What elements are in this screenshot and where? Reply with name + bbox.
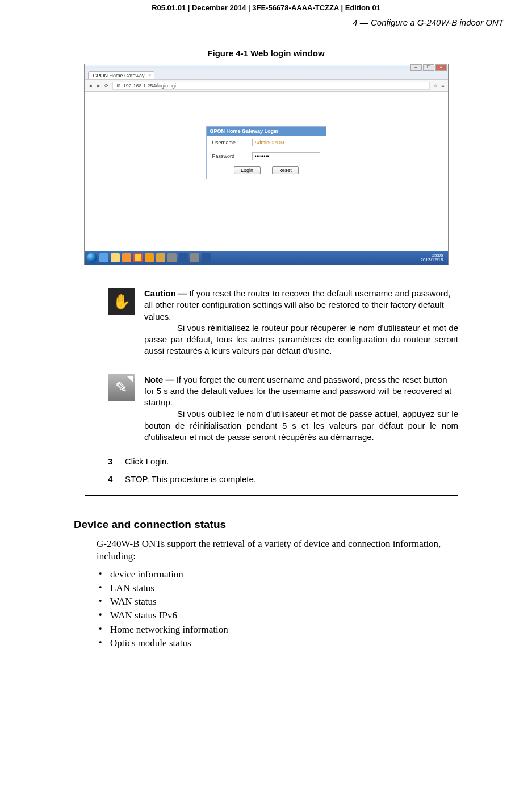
caution-fr: Si vous réinitialisez le routeur pour ré… <box>144 323 458 356</box>
section-intro: G-240W-B ONTs support the retrieval of a… <box>97 538 458 563</box>
address-bar-row: ◄ ► ⟳ 🗎 192.168.1.254/login.cgi ☆ ≡ <box>85 80 448 92</box>
note-fr: Si vous oubliez le nom d'utilisateur et … <box>144 409 458 442</box>
browser-tabs: GPON Home Gateway × <box>85 68 448 80</box>
close-icon[interactable]: × <box>435 64 447 71</box>
doc-info: R05.01.01 | December 2014 | 3FE-56678-AA… <box>28 0 504 18</box>
tab-close-icon[interactable]: × <box>149 73 152 78</box>
window-buttons: – ☐ × <box>410 64 447 71</box>
section-body: G-240W-B ONTs support the retrieval of a… <box>97 538 458 650</box>
password-label: Password <box>212 153 246 159</box>
step-text: STOP. This procedure is complete. <box>125 474 256 484</box>
step-number: 4 <box>108 474 117 484</box>
note-lead: Note — <box>144 375 177 384</box>
url-text: 192.168.1.254/login.cgi <box>123 83 176 89</box>
reload-icon[interactable]: ⟳ <box>104 83 109 89</box>
taskbar-app2-icon[interactable] <box>190 253 199 262</box>
caution-lead: Caution — <box>144 288 189 298</box>
start-orb-icon[interactable] <box>87 253 97 263</box>
address-bar[interactable]: 🗎 192.168.1.254/login.cgi <box>112 82 430 90</box>
taskbar-word-icon[interactable] <box>179 253 188 262</box>
taskbar-clock[interactable]: 15:05 2013/12/18 <box>420 253 445 262</box>
procedure-steps: 3 Click Login. 4 STOP. This procedure is… <box>108 457 458 484</box>
taskbar: 15:05 2013/12/18 <box>85 251 448 265</box>
password-row: Password •••••••• <box>207 149 326 163</box>
caution-text: Caution — If you reset the router to rec… <box>144 288 458 357</box>
list-item: LAN status <box>97 582 458 595</box>
minimize-icon[interactable]: – <box>410 64 422 71</box>
login-button[interactable]: Login <box>234 166 261 174</box>
taskbar-firefox-icon[interactable] <box>122 253 131 262</box>
taskbar-app-icon[interactable] <box>167 253 177 262</box>
taskbar-chrome-icon[interactable] <box>133 253 143 262</box>
section-heading: Device and connection status <box>74 518 504 531</box>
list-item: Optics module status <box>97 637 458 650</box>
tab-title: GPON Home Gateway <box>93 73 145 78</box>
list-item: device information <box>97 568 458 581</box>
browser-tab[interactable]: GPON Home Gateway × <box>88 71 154 79</box>
login-panel-title: GPON Home Gateway Login <box>207 127 326 136</box>
list-item: WAN status IPv6 <box>97 609 458 622</box>
taskbar-ie-icon[interactable] <box>99 253 108 262</box>
password-input[interactable]: •••••••• <box>252 152 320 160</box>
clock-date: 2013/12/18 <box>420 258 443 262</box>
nav-back-icon[interactable]: ◄ <box>88 83 93 89</box>
username-label: Username <box>212 140 246 145</box>
maximize-icon[interactable]: ☐ <box>423 64 434 71</box>
menu-icon[interactable]: ≡ <box>441 83 444 89</box>
step-3: 3 Click Login. <box>108 457 458 466</box>
caution-block: ✋ Caution — If you reset the router to r… <box>108 288 458 357</box>
procedure-end-divider <box>85 495 458 496</box>
taskbar-word2-icon[interactable] <box>202 253 211 262</box>
web-login-screenshot: – ☐ × GPON Home Gateway × ◄ ► ⟳ 🗎 192.16… <box>84 64 449 265</box>
reset-button[interactable]: Reset <box>272 166 299 174</box>
chapter-title: 4 — Configure a G-240W-B indoor ONT <box>28 18 504 31</box>
nav-forward-icon[interactable]: ► <box>96 83 101 89</box>
bullet-list: device information LAN status WAN status… <box>97 568 458 650</box>
page-icon: 🗎 <box>116 83 123 89</box>
step-text: Click Login. <box>125 457 169 466</box>
username-row: Username AdminGPON <box>207 136 326 149</box>
step-4: 4 STOP. This procedure is complete. <box>108 474 458 484</box>
taskbar-media-icon[interactable] <box>145 253 154 262</box>
note-text: Note — If you forget the current usernam… <box>144 374 458 443</box>
caution-en: If you reset the router to recover the d… <box>144 288 450 321</box>
window-titlebar <box>85 64 448 68</box>
bookmark-icon[interactable]: ☆ <box>433 83 438 89</box>
list-item: Home networking information <box>97 623 458 636</box>
step-number: 3 <box>108 457 117 466</box>
figure-caption: Figure 4-1 Web login window <box>28 48 504 58</box>
divider <box>28 31 504 31</box>
login-buttons: Login Reset <box>207 163 326 179</box>
note-icon: ✎ <box>108 374 135 401</box>
caution-icon: ✋ <box>108 288 135 315</box>
taskbar-outlook-icon[interactable] <box>156 253 165 262</box>
login-panel: GPON Home Gateway Login Username AdminGP… <box>206 126 326 179</box>
note-en: If you forget the current username and p… <box>144 375 451 408</box>
page-body: GPON Home Gateway Login Username AdminGP… <box>85 92 448 251</box>
username-input[interactable]: AdminGPON <box>252 139 320 146</box>
note-block: ✎ Note — If you forget the current usern… <box>108 374 458 443</box>
taskbar-explorer-icon[interactable] <box>111 253 120 262</box>
list-item: WAN status <box>97 596 458 608</box>
